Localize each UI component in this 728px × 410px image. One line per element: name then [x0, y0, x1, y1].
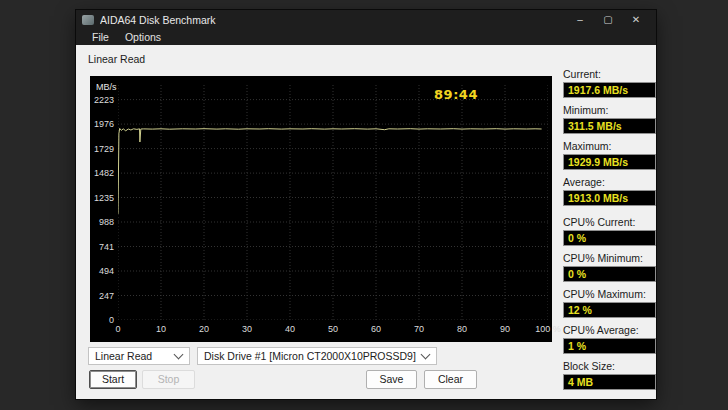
chevron-down-icon	[421, 350, 431, 360]
x-tick-label: 20	[189, 324, 219, 334]
stat-item: CPU% Maximum:12 %	[563, 288, 656, 318]
y-tick-label: 988	[90, 217, 114, 227]
y-axis-unit-label: MB/s	[96, 82, 117, 92]
stat-label: CPU% Current:	[563, 216, 656, 228]
x-tick-label: 100 %	[533, 324, 563, 334]
y-tick-label: 1976	[90, 119, 114, 129]
stat-value: 311.5 MB/s	[563, 118, 656, 134]
tab-linear-read[interactable]: Linear Read	[88, 53, 145, 65]
menu-bar: File Options	[76, 29, 656, 45]
y-tick-label: 1729	[90, 144, 114, 154]
disk-drive-value: Disk Drive #1 [Micron CT2000X10PROSSD9] …	[204, 350, 418, 362]
window-title: AIDA64 Disk Benchmark	[100, 14, 566, 26]
benchmark-line	[118, 128, 542, 214]
menu-options[interactable]: Options	[117, 29, 169, 45]
maximize-icon[interactable]: ▢	[594, 10, 622, 29]
stat-item: CPU% Average:1 %	[563, 324, 656, 354]
stat-value: 12 %	[563, 302, 656, 318]
plot-area	[118, 85, 548, 320]
stat-value: 1929.9 MB/s	[563, 154, 656, 170]
close-icon[interactable]: ✕	[622, 10, 650, 29]
benchmark-type-select[interactable]: Linear Read	[88, 347, 190, 365]
disk-drive-select[interactable]: Disk Drive #1 [Micron CT2000X10PROSSD9] …	[197, 347, 437, 365]
desktop-background: AIDA64 Disk Benchmark – ▢ ✕ File Options…	[0, 0, 728, 410]
stat-label: Block Size:	[563, 360, 656, 372]
clear-button[interactable]: Clear	[424, 370, 477, 389]
stat-value: 1 %	[563, 338, 656, 354]
stat-label: Maximum:	[563, 140, 656, 152]
window-controls: – ▢ ✕	[566, 10, 650, 29]
aida64-disk-benchmark-window: AIDA64 Disk Benchmark – ▢ ✕ File Options…	[76, 10, 656, 399]
save-button[interactable]: Save	[366, 370, 417, 389]
chevron-down-icon	[174, 350, 184, 360]
x-tick-label: 0	[103, 324, 133, 334]
y-tick-label: 2223	[90, 95, 114, 105]
stat-item: Minimum:311.5 MB/s	[563, 104, 656, 134]
stat-item: Maximum:1929.9 MB/s	[563, 140, 656, 170]
stat-label: CPU% Maximum:	[563, 288, 656, 300]
x-tick-label: 10	[146, 324, 176, 334]
elapsed-time: 89:44	[426, 87, 486, 102]
benchmark-type-value: Linear Read	[95, 350, 171, 362]
y-tick-label: 494	[90, 266, 114, 276]
x-tick-label: 60	[361, 324, 391, 334]
stat-item: Average:1913.0 MB/s	[563, 176, 656, 206]
stat-label: Average:	[563, 176, 656, 188]
stat-item: CPU% Minimum:0 %	[563, 252, 656, 282]
app-icon	[82, 15, 94, 25]
y-tick-label: 247	[90, 291, 114, 301]
stat-item: CPU% Current:0 %	[563, 216, 656, 246]
x-tick-label: 70	[404, 324, 434, 334]
x-tick-label: 50	[318, 324, 348, 334]
x-tick-label: 40	[275, 324, 305, 334]
stat-value: 0 %	[563, 230, 656, 246]
stat-label: Current:	[563, 68, 656, 80]
stat-item: Block Size:4 MB	[563, 360, 656, 390]
stat-item: Current:1917.6 MB/s	[563, 68, 656, 98]
title-bar: AIDA64 Disk Benchmark – ▢ ✕	[76, 10, 656, 29]
benchmark-chart: MB/s 222319761729148212359887414942470 8…	[90, 76, 552, 342]
y-tick-label: 741	[90, 242, 114, 252]
x-tick-label: 80	[447, 324, 477, 334]
y-tick-label: 1482	[90, 168, 114, 178]
stat-value: 4 MB	[563, 374, 656, 390]
stats-panel: Current:1917.6 MB/sMinimum:311.5 MB/sMax…	[563, 68, 656, 396]
y-tick-label: 1235	[90, 193, 114, 203]
menu-file[interactable]: File	[84, 29, 117, 45]
x-tick-label: 90	[490, 324, 520, 334]
stat-value: 0 %	[563, 266, 656, 282]
stat-value: 1917.6 MB/s	[563, 82, 656, 98]
stat-label: Minimum:	[563, 104, 656, 116]
window-content: Linear Read MB/s 22231976172914821235988…	[76, 45, 656, 399]
stat-value: 1913.0 MB/s	[563, 190, 656, 206]
minimize-icon[interactable]: –	[566, 10, 594, 29]
x-tick-label: 30	[232, 324, 262, 334]
stop-button[interactable]: Stop	[142, 370, 195, 389]
start-button[interactable]: Start	[89, 370, 137, 389]
stat-label: CPU% Minimum:	[563, 252, 656, 264]
stat-label: CPU% Average:	[563, 324, 656, 336]
